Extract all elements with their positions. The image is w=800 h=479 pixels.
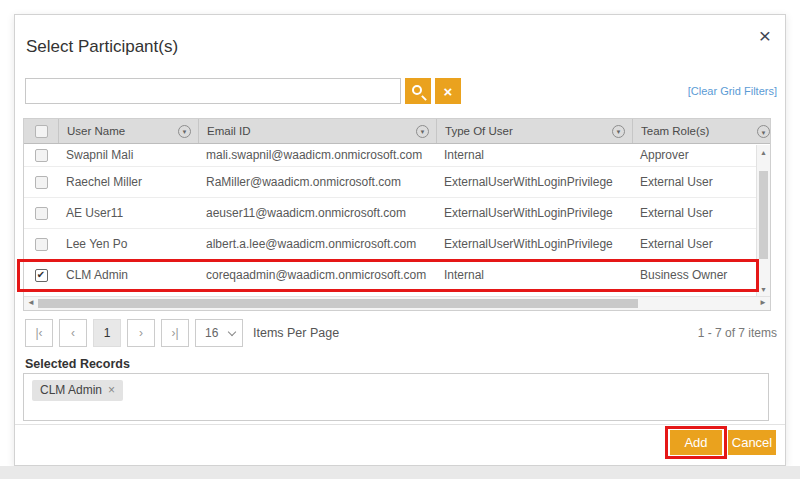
filter-icon[interactable]: ▼ [757,125,770,138]
page-background-strip [0,466,800,479]
search-icon [412,85,422,95]
cell-type-of-user: ExternalUserWithLoginPrivilege [436,237,632,251]
clear-search-button[interactable]: × [435,78,461,104]
column-header-type-of-user[interactable]: Type Of User ▼ [436,119,632,143]
cell-type-of-user: Internal [436,148,632,162]
row-checkbox[interactable]: ✔ [35,269,48,282]
next-page-button[interactable]: › [127,319,155,347]
cell-user-name: Raechel Miller [58,175,198,189]
row-checkbox[interactable] [35,207,48,220]
footer-divider [15,424,785,425]
select-participants-dialog: Select Participant(s) × × [Clear Grid Fi… [14,14,786,466]
row-checkbox[interactable] [35,149,48,162]
search-button[interactable] [405,78,431,104]
select-all-checkbox[interactable] [35,125,48,138]
chip-remove-icon[interactable]: × [108,384,115,396]
cell-user-name: Swapnil Mali [58,148,198,162]
cell-email-id: coreqaadmin@waadicm.onmicrosoft.com [198,268,436,282]
prev-page-button[interactable]: ‹ [59,319,87,347]
cell-team-roles: Approver [632,148,756,162]
table-row-selected[interactable]: ✔ CLM Admin coreqaadmin@waadicm.onmicros… [24,260,756,291]
table-row[interactable]: AE User11 aeuser11@waadicm.onmicrosoft.c… [24,198,756,229]
cell-team-roles: Business Owner [632,268,756,282]
close-icon[interactable]: × [755,21,775,50]
cell-user-name: CLM Admin [58,268,198,282]
horizontal-scrollbar[interactable]: ◄ ► [24,296,770,310]
scroll-up-icon[interactable]: ▲ [757,149,770,156]
checkmark-icon: ✔ [37,270,45,280]
scroll-down-icon[interactable]: ▼ [757,286,770,293]
items-range-label: 1 - 7 of 7 items [698,326,777,340]
clear-grid-filters-link[interactable]: [Clear Grid Filters] [688,85,777,97]
column-header-user-name[interactable]: User Name ▼ [58,119,198,143]
table-row[interactable]: Swapnil Mali mali.swapnil@waadicm.onmicr… [24,144,756,167]
selected-records-label: Selected Records [25,357,130,371]
cell-team-roles: External User [632,237,756,251]
participants-grid: User Name ▼ Email ID ▼ Type Of User ▼ Te… [23,118,771,311]
last-page-button[interactable]: ›| [161,319,189,347]
page-title: Select Participant(s) [26,37,178,57]
filter-icon[interactable]: ▼ [612,125,625,138]
cell-email-id: mali.swapnil@waadicm.onmicrosoft.com [198,148,436,162]
cell-email-id: albert.a.lee@waadicm.onmicrosoft.com [198,237,436,251]
chevron-down-icon [228,328,236,336]
cell-team-roles: External User [632,175,756,189]
cell-type-of-user: ExternalUserWithLoginPrivilege [436,175,632,189]
cell-user-name: AE User11 [58,206,198,220]
scroll-left-icon[interactable]: ◄ [27,298,35,307]
search-input[interactable] [25,78,401,104]
cell-email-id: RaMiller@waadicm.onmicrosoft.com [198,175,436,189]
grid-header: User Name ▼ Email ID ▼ Type Of User ▼ Te… [24,119,770,144]
vertical-scrollbar[interactable]: ▲ ▼ [756,145,770,297]
selected-records-container: CLM Admin × [23,373,769,421]
cell-team-roles: External User [632,206,756,220]
filter-icon[interactable]: ▼ [416,125,429,138]
current-page-button[interactable]: 1 [93,319,121,347]
close-icon: × [444,84,453,99]
items-per-page-label: Items Per Page [253,326,339,340]
row-checkbox[interactable] [35,238,48,251]
cell-type-of-user: Internal [436,268,632,282]
cell-user-name: Lee Yen Po [58,237,198,251]
cell-email-id: aeuser11@waadicm.onmicrosoft.com [198,206,436,220]
pagination: |‹ ‹ 1 › ›| 16 Items Per Page [25,319,339,347]
cancel-button[interactable]: Cancel [728,430,776,455]
column-header-team-roles[interactable]: Team Role(s) [632,119,770,143]
row-checkbox[interactable] [35,176,48,189]
select-all-header-cell [24,119,58,143]
page-size-select[interactable]: 16 [195,319,243,347]
add-button[interactable]: Add [670,430,722,455]
grid-body: Swapnil Mali mali.swapnil@waadicm.onmicr… [24,144,756,296]
table-row[interactable]: Lee Yen Po albert.a.lee@waadicm.onmicros… [24,229,756,260]
first-page-button[interactable]: |‹ [25,319,53,347]
scroll-right-icon[interactable]: ► [759,298,767,307]
selected-record-chip: CLM Admin × [32,380,123,401]
cell-type-of-user: ExternalUserWithLoginPrivilege [436,206,632,220]
table-row[interactable]: Raechel Miller RaMiller@waadicm.onmicros… [24,167,756,198]
scrollbar-thumb[interactable] [759,171,768,259]
column-header-email-id[interactable]: Email ID ▼ [198,119,436,143]
scrollbar-thumb[interactable] [38,299,638,308]
filter-icon[interactable]: ▼ [178,125,191,138]
